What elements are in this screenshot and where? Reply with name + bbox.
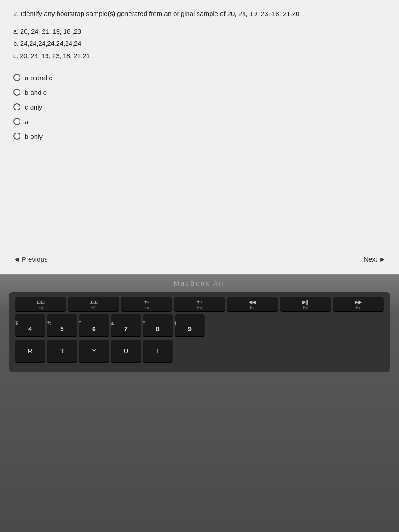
previous-button[interactable]: ◄ Previous — [9, 253, 52, 266]
macbook-label: MacBook Air — [173, 279, 225, 287]
key-f6[interactable]: ☀+ F6 — [174, 297, 225, 312]
key-f7[interactable]: ◀◀ F7 — [227, 297, 278, 312]
option-a-text: a. 20, 24, 21, 19, 18 ,23 — [13, 27, 386, 37]
keyboard-area: MacBook Air ⊞⊞ F3 ⊞⊞ F4 ☀- F5 ☀+ F6 ◀◀ F… — [0, 275, 399, 532]
option-c-text: c. 20, 24, 19, 23, 18, 21,21 — [13, 51, 386, 61]
choice-a-only[interactable]: a — [13, 118, 386, 125]
navigation-buttons: ◄ Previous Next ► — [0, 253, 399, 266]
keyboard: ⊞⊞ F3 ⊞⊞ F4 ☀- F5 ☀+ F6 ◀◀ F7 ▶‖ F8 — [9, 292, 390, 372]
key-i[interactable]: I — [143, 340, 173, 363]
choice-a-only-label: a — [25, 118, 28, 125]
key-y[interactable]: Y — [79, 340, 109, 363]
key-5[interactable]: % 5 — [47, 314, 77, 337]
num-row: $ 4 % 5 ^ 6 & 7 * 8 ( 9 — [15, 314, 384, 337]
radio-b-only[interactable] — [13, 133, 20, 140]
key-f8[interactable]: ▶‖ F8 — [280, 297, 331, 312]
question-body: Identify any bootstrap sample(s) generat… — [21, 10, 300, 17]
radio-a-only[interactable] — [13, 118, 20, 125]
key-8[interactable]: * 8 — [143, 314, 173, 337]
answer-choices: a b and c b and c c only a b only — [13, 74, 386, 140]
choice-c-only-label: c only — [25, 103, 42, 111]
key-u[interactable]: U — [111, 340, 141, 363]
key-f9[interactable]: ▶▶ F9 — [333, 297, 384, 312]
key-6[interactable]: ^ 6 — [79, 314, 109, 337]
key-7[interactable]: & 7 — [111, 314, 141, 337]
choice-ab-and-c-label: a b and c — [25, 74, 52, 82]
key-9[interactable]: ( 9 — [175, 314, 205, 337]
choice-b-only-label: b only — [25, 133, 43, 140]
choice-c-only[interactable]: c only — [13, 103, 386, 111]
key-f4[interactable]: ⊞⊞ F4 — [68, 297, 119, 312]
key-f3[interactable]: ⊞⊞ F3 — [15, 297, 66, 312]
option-b-text: b. 24,24,24,24,24,24,24 — [13, 39, 386, 49]
radio-c-only[interactable] — [13, 103, 20, 110]
letter-row: R T Y U I — [15, 340, 384, 363]
key-f5[interactable]: ☀- F5 — [121, 297, 172, 312]
quiz-screen: 2. Identify any bootstrap sample(s) gene… — [0, 0, 399, 275]
key-4[interactable]: $ 4 — [15, 314, 45, 337]
choice-b-only[interactable]: b only — [13, 133, 386, 140]
question-text: 2. Identify any bootstrap sample(s) gene… — [13, 9, 386, 19]
question-number: 2 — [13, 10, 17, 17]
choice-ab-and-c[interactable]: a b and c — [13, 74, 386, 82]
key-r[interactable]: R — [15, 340, 45, 363]
radio-b-and-c[interactable] — [13, 89, 20, 96]
radio-ab-and-c[interactable] — [13, 74, 20, 81]
divider — [13, 64, 386, 64]
next-button[interactable]: Next ► — [359, 253, 390, 266]
key-t[interactable]: T — [47, 340, 77, 363]
choice-b-and-c[interactable]: b and c — [13, 89, 386, 96]
fn-row: ⊞⊞ F3 ⊞⊞ F4 ☀- F5 ☀+ F6 ◀◀ F7 ▶‖ F8 — [15, 297, 384, 312]
choice-b-and-c-label: b and c — [25, 89, 47, 96]
